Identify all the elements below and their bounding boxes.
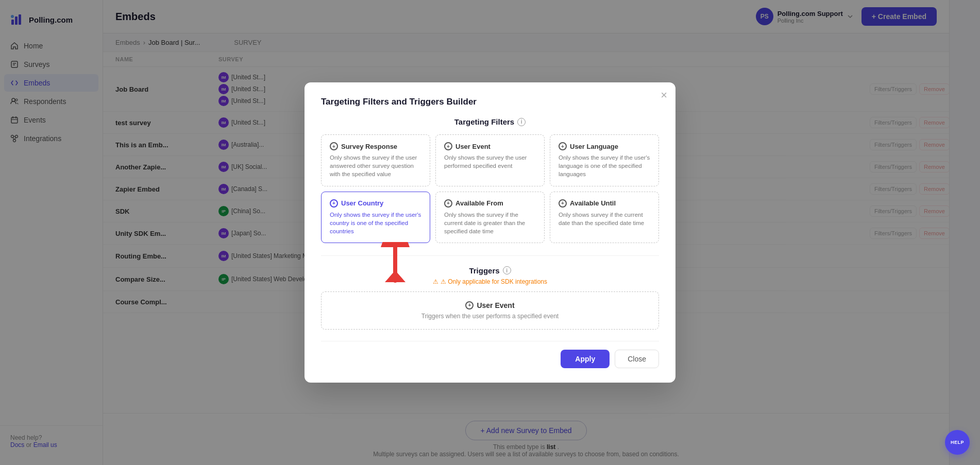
trigger-card[interactable]: + User Event Triggers when the user perf… bbox=[321, 291, 659, 330]
user-language-icon: + bbox=[559, 142, 567, 150]
survey-response-icon: + bbox=[330, 142, 338, 150]
triggers-warning: ⚠ ⚠ Only applicable for SDK integrations bbox=[321, 278, 659, 285]
targeting-filters-heading: Targeting Filters i bbox=[321, 117, 659, 126]
filter-card-available-until-title: Available Until bbox=[570, 199, 616, 207]
modal-footer: Apply Close bbox=[321, 341, 659, 368]
filter-card-user-language-title: User Language bbox=[570, 143, 618, 150]
help-button[interactable]: HELP bbox=[945, 430, 970, 455]
trigger-user-event-icon: + bbox=[465, 301, 474, 309]
trigger-card-desc: Triggers when the user performs a specif… bbox=[332, 313, 648, 320]
modal: × Targeting Filters and Triggers Builder… bbox=[305, 82, 675, 383]
warning-icon: ⚠ bbox=[433, 278, 438, 285]
triggers-section: Triggers i ⚠ ⚠ Only applicable for SDK i… bbox=[321, 266, 659, 330]
user-country-icon: + bbox=[330, 199, 338, 208]
filter-card-user-event[interactable]: + User Event Only shows the survey the u… bbox=[435, 134, 545, 186]
filter-card-user-language[interactable]: + User Language Only shows the survey if… bbox=[550, 134, 659, 186]
apply-button[interactable]: Apply bbox=[561, 350, 610, 368]
triggers-info-icon[interactable]: i bbox=[503, 266, 511, 274]
available-from-icon: + bbox=[444, 199, 452, 208]
filter-card-available-until[interactable]: + Available Until Only shows survey if t… bbox=[550, 192, 659, 243]
trigger-card-title: User Event bbox=[477, 301, 514, 309]
filter-card-available-from-title: Available From bbox=[455, 199, 503, 207]
modal-title: Targeting Filters and Triggers Builder bbox=[321, 97, 659, 107]
targeting-info-icon[interactable]: i bbox=[517, 118, 526, 126]
filter-card-available-from[interactable]: + Available From Only shows the survey i… bbox=[435, 192, 545, 243]
filter-card-user-country[interactable]: + User Country Only shows the survey if … bbox=[321, 192, 430, 243]
user-event-icon: + bbox=[444, 142, 452, 150]
available-until-icon: + bbox=[559, 199, 567, 208]
triggers-heading: Triggers bbox=[469, 266, 499, 275]
modal-close-button[interactable]: × bbox=[661, 90, 667, 101]
filter-card-user-event-title: User Event bbox=[455, 143, 491, 150]
filter-card-available-from-desc: Only shows the survey if the current dat… bbox=[444, 211, 536, 235]
filter-card-user-language-desc: Only shows the survey if the user's lang… bbox=[559, 153, 650, 178]
targeting-filters-label: Targeting Filters bbox=[454, 117, 514, 126]
modal-overlay[interactable]: × Targeting Filters and Triggers Builder… bbox=[0, 0, 980, 465]
filter-card-user-country-title: User Country bbox=[341, 199, 383, 207]
filter-card-survey-response-title: Survey Response bbox=[341, 143, 397, 150]
close-button[interactable]: Close bbox=[615, 350, 659, 368]
filter-card-survey-response[interactable]: + Survey Response Only shows the survey … bbox=[321, 134, 430, 186]
filter-cards-grid: + Survey Response Only shows the survey … bbox=[321, 134, 659, 243]
filter-card-user-country-desc: Only shows the survey if the user's coun… bbox=[330, 211, 421, 235]
filter-card-available-until-desc: Only shows survey if the current date th… bbox=[559, 211, 650, 227]
filter-card-user-event-desc: Only shows the survey the user performed… bbox=[444, 153, 536, 170]
filter-card-survey-response-desc: Only shows the survey if the user answer… bbox=[330, 153, 421, 178]
